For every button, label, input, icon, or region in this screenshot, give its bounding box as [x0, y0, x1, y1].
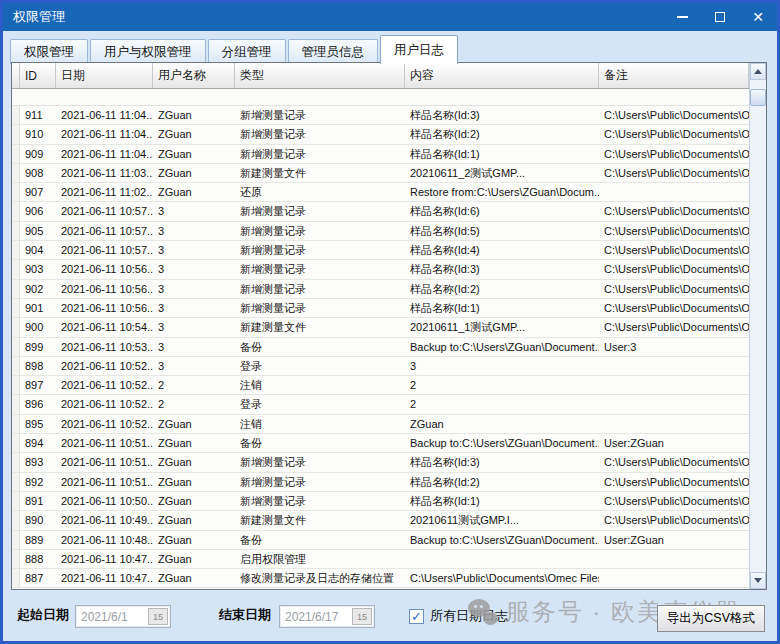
cell-remark: [599, 183, 749, 201]
table-row[interactable]: 8972021-06-11 10:52...2注销2: [12, 376, 749, 395]
cell-remark: C:\Users\Public\Documents\O...: [599, 106, 749, 124]
cell-id: 889: [20, 531, 56, 549]
cell-remark: C:\Users\Public\Documents\O...: [599, 241, 749, 259]
cell-id: 892: [20, 473, 56, 491]
table-row[interactable]: 8952021-06-11 10:52...ZGuan注销ZGuan: [12, 415, 749, 434]
cell-type: 新增测量记录: [235, 473, 405, 491]
cell-type: 新增测量记录: [235, 241, 405, 259]
cell-remark: [599, 569, 749, 587]
table-row[interactable]: 8882021-06-11 10:47...ZGuan启用权限管理: [12, 550, 749, 569]
table-row[interactable]: 8912021-06-11 10:50...ZGuan新增测量记录样品名称(Id…: [12, 492, 749, 511]
table-row[interactable]: 9032021-06-11 10:56...3新增测量记录样品名称(Id:3)C…: [12, 260, 749, 279]
column-header-4[interactable]: 内容: [405, 63, 599, 88]
cell-date: 2021-06-11 10:52...: [56, 357, 153, 375]
cell-id: 907: [20, 183, 56, 201]
tab-1[interactable]: 用户与权限管理: [90, 39, 206, 64]
column-header-1[interactable]: 日期: [56, 63, 153, 88]
table-row[interactable]: 9052021-06-11 10:57...3新增测量记录样品名称(Id:5)C…: [12, 222, 749, 241]
start-date-input[interactable]: [76, 610, 148, 624]
window-title: 权限管理: [13, 8, 65, 26]
table-row[interactable]: 9002021-06-11 10:54...3新建测量文件20210611_1测…: [12, 318, 749, 337]
cell-id: 909: [20, 145, 56, 163]
export-csv-button[interactable]: 导出为CSV格式: [657, 605, 765, 632]
cell-remark: C:\Users\Public\Documents\O...: [599, 453, 749, 471]
table-row[interactable]: 9082021-06-11 11:03...ZGuan新建测量文件2021061…: [12, 164, 749, 183]
table-row[interactable]: 8922021-06-11 10:51...ZGuan新增测量记录样品名称(Id…: [12, 473, 749, 492]
start-date-field[interactable]: 15: [75, 605, 171, 628]
minimize-button[interactable]: [663, 3, 701, 31]
table-row[interactable]: 9042021-06-11 10:57...3新增测量记录样品名称(Id:4)C…: [12, 241, 749, 260]
cell-content: 20210611_2测试GMP...: [405, 164, 599, 182]
cell-date: 2021-06-11 10:51...: [56, 434, 153, 452]
tab-2[interactable]: 分组管理: [208, 39, 286, 64]
scrollbar-up-button[interactable]: [750, 63, 766, 80]
cell-id: 897: [20, 376, 56, 394]
cell-user: ZGuan: [153, 453, 235, 471]
column-header-0[interactable]: ID: [20, 63, 56, 88]
cell-user: 3: [153, 338, 235, 356]
row-gutter: [12, 550, 20, 568]
table-row[interactable]: 9092021-06-11 11:04...ZGuan新增测量记录样品名称(Id…: [12, 145, 749, 164]
cell-user: 2: [153, 376, 235, 394]
cell-remark: User:3: [599, 338, 749, 356]
close-button[interactable]: ✕: [739, 3, 777, 31]
cell-id: 893: [20, 453, 56, 471]
cell-remark: C:\Users\Public\Documents\O...: [599, 202, 749, 220]
cell-user: ZGuan: [153, 473, 235, 491]
end-date-field[interactable]: 15: [279, 605, 375, 628]
table-row[interactable]: 8982021-06-11 10:52...3登录3: [12, 357, 749, 376]
column-header-5[interactable]: 备注: [599, 63, 749, 88]
vertical-scrollbar[interactable]: [749, 63, 766, 589]
row-gutter: [12, 531, 20, 549]
table-row[interactable]: 8932021-06-11 10:51...ZGuan新增测量记录样品名称(Id…: [12, 453, 749, 472]
table-row[interactable]: 8962021-06-11 10:52...2登录2: [12, 395, 749, 414]
all-logs-checkbox[interactable]: ✓: [409, 609, 424, 624]
cell-user: 2: [153, 395, 235, 413]
cell-date: 2021-06-11 10:57...: [56, 202, 153, 220]
cell-id: 902: [20, 280, 56, 298]
cell-type: 启用权限管理: [235, 550, 405, 568]
end-date-input[interactable]: [280, 610, 352, 624]
table-row[interactable]: 9012021-06-11 10:56...3新增测量记录样品名称(Id:1)C…: [12, 299, 749, 318]
cell-content: ZGuan: [405, 415, 599, 433]
tab-3[interactable]: 管理员信息: [288, 39, 379, 64]
scrollbar-track[interactable]: [750, 106, 766, 572]
cell-content: Backup to:C:\Users\ZGuan\Document...: [405, 434, 599, 452]
cell-content: C:\Users\Public\Documents\Omec Files: [405, 569, 599, 587]
table-row[interactable]: 8902021-06-11 10:49...ZGuan新建测量文件2021061…: [12, 511, 749, 530]
cell-date: 2021-06-11 10:47...: [56, 550, 153, 568]
table-row[interactable]: 9072021-06-11 11:02...ZGuan还原Restore fro…: [12, 183, 749, 202]
cell-id: 908: [20, 164, 56, 182]
tab-4[interactable]: 用户日志: [380, 35, 458, 64]
cell-user: ZGuan: [153, 569, 235, 587]
tab-0[interactable]: 权限管理: [10, 39, 88, 64]
start-date-label: 起始日期: [17, 606, 69, 624]
cell-user: ZGuan: [153, 106, 235, 124]
cell-id: 903: [20, 260, 56, 278]
maximize-icon: [715, 12, 725, 22]
maximize-button[interactable]: [701, 3, 739, 31]
table-row[interactable]: 9022021-06-11 10:56...3新增测量记录样品名称(Id:2)C…: [12, 280, 749, 299]
table-row[interactable]: 9112021-06-11 11:04...ZGuan新增测量记录样品名称(Id…: [12, 106, 749, 125]
column-header-2[interactable]: 用户名称: [153, 63, 235, 88]
row-gutter: [12, 222, 20, 240]
table-row[interactable]: 9102021-06-11 11:04...ZGuan新增测量记录样品名称(Id…: [12, 125, 749, 144]
header-gutter: [12, 63, 20, 88]
cell-remark: C:\Users\Public\Documents\O...: [599, 280, 749, 298]
cell-content: 20210611_1测试GMP...: [405, 318, 599, 336]
calendar-icon[interactable]: 15: [352, 608, 372, 625]
table-row[interactable]: 9062021-06-11 10:57...3新增测量记录样品名称(Id:6)C…: [12, 202, 749, 221]
row-gutter: [12, 473, 20, 491]
scrollbar-thumb[interactable]: [750, 89, 766, 106]
row-gutter: [12, 492, 20, 510]
table-blank-row: [12, 89, 749, 106]
cell-type: 新增测量记录: [235, 222, 405, 240]
column-header-3[interactable]: 类型: [235, 63, 405, 88]
table-row[interactable]: 8872021-06-11 10:47...ZGuan修改测量记录及日志的存储位…: [12, 569, 749, 588]
table-row[interactable]: 8942021-06-11 10:51...ZGuan备份Backup to:C…: [12, 434, 749, 453]
table-row[interactable]: 8892021-06-11 10:48...ZGuan备份Backup to:C…: [12, 531, 749, 550]
cell-remark: C:\Users\Public\Documents\O...: [599, 125, 749, 143]
table-row[interactable]: 8992021-06-11 10:53...3备份Backup to:C:\Us…: [12, 338, 749, 357]
scrollbar-down-button[interactable]: [750, 572, 766, 589]
calendar-icon[interactable]: 15: [148, 608, 168, 625]
